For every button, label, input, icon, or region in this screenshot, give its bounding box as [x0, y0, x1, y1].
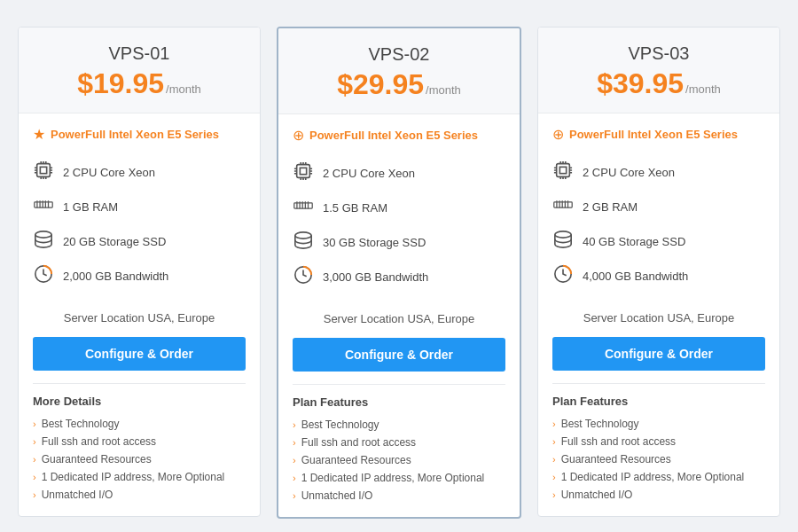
svg-point-52 [295, 232, 311, 239]
pricing-container: VPS-01 $19.95 /month ★ PowerFull Intel X… [0, 0, 798, 532]
spec-cpu-icon [293, 161, 314, 185]
chevron-icon: › [552, 489, 556, 500]
chevron-icon: › [293, 473, 296, 483]
details-title: More Details [33, 395, 246, 408]
spec-text: 40 GB Storage SSD [583, 235, 685, 248]
spec-text: 1 GB RAM [63, 200, 118, 214]
spec-list: 2 CPU Core Xeon 1 GB RAM 20 GB Storage S… [33, 155, 246, 293]
details-text: Best Technology [301, 419, 379, 431]
plan-body: ⊕ PowerFull Intel Xeon E5 Series 2 CPU C… [538, 113, 779, 516]
plan-name: VPS-01 [27, 43, 251, 64]
chevron-icon: › [293, 455, 296, 466]
details-text: Guaranteed Resources [42, 453, 152, 466]
details-section: Plan Features › Best Technology › Full s… [293, 384, 505, 505]
chevron-icon: › [552, 454, 556, 465]
series-label: PowerFull Intel Xeon E5 Series [569, 128, 738, 141]
details-text: Guaranteed Resources [561, 453, 671, 466]
details-item: › 1 Dedicated IP address, More Optional [33, 468, 246, 486]
series-row: ⊕ PowerFull Intel Xeon E5 Series [293, 127, 505, 144]
spec-storage-icon [293, 231, 314, 254]
spec-text: 2 CPU Core Xeon [323, 167, 415, 180]
configure-button[interactable]: Configure & Order [293, 338, 505, 372]
svg-rect-55 [559, 167, 566, 173]
details-item: › Unmatched I/O [33, 486, 246, 504]
details-text: Best Technology [42, 418, 120, 430]
server-location: Server Location USA, Europe [33, 306, 246, 337]
plan-name: VPS-03 [547, 43, 771, 64]
spec-text: 4,000 GB Bandwidth [583, 270, 688, 283]
spec-storage-icon [33, 230, 54, 254]
svg-rect-54 [557, 164, 570, 177]
details-item: › Best Technology [293, 416, 505, 434]
spec-bandwidth-icon [552, 264, 574, 288]
plan-period: /month [426, 83, 461, 97]
spec-cpu-icon [33, 160, 54, 184]
chevron-icon: › [552, 419, 556, 429]
chevron-icon: › [293, 419, 296, 430]
series-row: ⊕ PowerFull Intel Xeon E5 Series [552, 126, 765, 143]
svg-rect-1 [40, 167, 46, 173]
plan-card-vps-01: VPS-01 $19.95 /month ★ PowerFull Intel X… [18, 27, 261, 517]
details-text: Unmatched I/O [42, 489, 113, 501]
details-item: › Unmatched I/O [293, 487, 505, 505]
series-plus-icon: ⊕ [293, 127, 304, 144]
spec-item: 40 GB Storage SSD [552, 224, 765, 259]
series-label: PowerFull Intel Xeon E5 Series [309, 129, 478, 142]
plan-card-vps-03: VPS-03 $39.95 /month ⊕ PowerFull Intel X… [537, 27, 780, 517]
chevron-icon: › [552, 472, 556, 482]
series-star-icon: ★ [33, 126, 45, 143]
plan-price: $29.95 [337, 68, 424, 101]
spec-text: 3,000 GB Bandwidth [323, 270, 428, 284]
series-row: ★ PowerFull Intel Xeon E5 Series [33, 126, 246, 143]
details-text: Guaranteed Resources [301, 454, 411, 466]
configure-button[interactable]: Configure & Order [33, 337, 246, 371]
plan-price-row: $39.95 /month [547, 67, 771, 100]
details-item: › 1 Dedicated IP address, More Optional [293, 469, 505, 487]
spec-item: 3,000 GB Bandwidth [293, 260, 505, 294]
details-text: Full ssh and root access [42, 435, 156, 448]
svg-point-25 [35, 231, 51, 238]
spec-text: 30 GB Storage SSD [323, 236, 426, 249]
spec-text: 2 CPU Core Xeon [583, 166, 675, 179]
plan-body: ★ PowerFull Intel Xeon E5 Series 2 CPU C… [19, 113, 260, 516]
spec-bandwidth-icon [33, 264, 54, 288]
details-text: 1 Dedicated IP address, More Optional [42, 471, 225, 483]
spec-bandwidth-icon [293, 265, 314, 289]
details-item: › Guaranteed Resources [293, 451, 505, 469]
details-text: 1 Dedicated IP address, More Optional [561, 471, 745, 483]
configure-button[interactable]: Configure & Order [552, 337, 765, 371]
details-item: › Full ssh and root access [552, 433, 765, 450]
chevron-icon: › [293, 437, 296, 448]
spec-item: 4,000 GB Bandwidth [552, 259, 765, 293]
details-text: Best Technology [561, 418, 639, 430]
plan-header: VPS-02 $29.95 /month [278, 28, 520, 114]
spec-ram-icon [552, 195, 574, 219]
series-label: PowerFull Intel Xeon E5 Series [51, 128, 219, 141]
spec-list: 2 CPU Core Xeon 1.5 GB RAM 30 GB Storage… [293, 156, 505, 294]
details-item: › Unmatched I/O [552, 486, 765, 504]
details-item: › Guaranteed Resources [552, 450, 765, 468]
chevron-icon: › [33, 489, 36, 500]
chevron-icon: › [293, 490, 296, 501]
chevron-icon: › [33, 436, 36, 447]
details-section: Plan Features › Best Technology › Full s… [552, 383, 765, 504]
spec-text: 2,000 GB Bandwidth [63, 270, 168, 283]
spec-text: 20 GB Storage SSD [63, 235, 166, 248]
spec-item: 1.5 GB RAM [293, 191, 505, 225]
svg-rect-0 [37, 164, 51, 177]
details-section: More Details › Best Technology › Full ss… [33, 383, 246, 504]
details-item: › Full ssh and root access [293, 434, 505, 451]
details-title: Plan Features [293, 395, 505, 409]
plan-price-row: $19.95 /month [27, 67, 251, 100]
plan-body: ⊕ PowerFull Intel Xeon E5 Series 2 CPU C… [278, 114, 520, 517]
plan-header: VPS-01 $19.95 /month [19, 27, 260, 113]
details-list: › Best Technology › Full ssh and root ac… [552, 415, 765, 504]
details-item: › 1 Dedicated IP address, More Optional [552, 468, 765, 486]
spec-item: 2 CPU Core Xeon [33, 155, 246, 190]
spec-item: 2 GB RAM [552, 190, 765, 224]
svg-point-79 [555, 231, 571, 238]
series-plus-icon: ⊕ [552, 126, 564, 143]
plan-price-row: $29.95 /month [287, 68, 511, 101]
spec-item: 2 CPU Core Xeon [293, 156, 505, 191]
details-item: › Guaranteed Resources [33, 450, 246, 468]
